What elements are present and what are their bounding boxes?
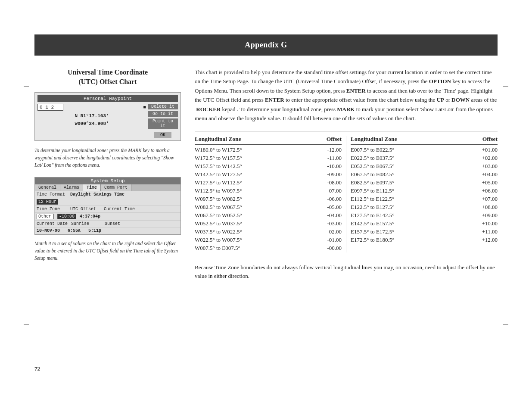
tab-general: General <box>35 184 60 191</box>
chart-row: E112.5° to E122.5°+07.00 <box>351 195 498 203</box>
zone-value: E172.5° to E180.5° <box>351 237 474 243</box>
offset-value: +10.00 <box>474 220 498 227</box>
chart-row: W142.5° to W127.5°-09.00 <box>195 171 342 179</box>
offset-value: +03.00 <box>474 163 498 170</box>
chart-divider-bottom <box>195 257 498 257</box>
btn-goto: Go to it <box>148 111 178 117</box>
left-zone-header: Longitudinal Zone <box>195 136 318 143</box>
right-column: This chart is provided to help you deter… <box>195 68 498 281</box>
waypoint-device-box: Personal Waypoint 0 1 2 ■ N 51°17.163' W… <box>34 92 181 141</box>
offset-value: -00.00 <box>318 245 342 252</box>
syssetup-title: System Setup <box>35 177 180 184</box>
chart-left-header: Longitudinal Zone Offset <box>195 136 342 145</box>
chart-right-rows: E007.5° to E022.5°+01.00E022.5° to E037.… <box>351 146 498 244</box>
zone-value: E142.5° to E157.5° <box>351 220 474 227</box>
tab-alarms: Alarms <box>60 184 83 191</box>
left-offset-header: Offset <box>318 136 342 143</box>
offset-value: -06.00 <box>318 196 342 202</box>
zone-value: E157.5° to E172.5° <box>351 228 474 235</box>
currenttime-value: 4:37:04p <box>80 214 100 219</box>
chart-row: E052.5° to E067.5°+03.00 <box>351 162 498 171</box>
zone-value: W037.5° to W022.5° <box>195 228 318 235</box>
zone-value: W142.5° to W127.5° <box>195 171 318 178</box>
offset-value: +01.00 <box>474 146 498 153</box>
zone-value: W157.5° to W142.5° <box>195 163 318 170</box>
bold-enter1: ENTER <box>346 87 366 94</box>
appendix-header: Appendix G <box>34 34 498 56</box>
chart-row: W172.5° to W157.5°-11.00 <box>195 154 342 162</box>
zone-value: E127.5° to E142.5° <box>351 212 474 219</box>
corner-mark-br <box>498 377 506 385</box>
chart-row: E022.5° to E037.5°+02.00 <box>351 154 498 162</box>
zone-value: W082.5° to W067.5° <box>195 204 318 211</box>
syssetup-row-date-val: 10-NOV-98 6:55a 5:11p <box>35 227 180 234</box>
syssetup-row-timezone-hdr: Time Zone UTC Offset Current Time <box>35 206 180 213</box>
syssetup-row-date-hdr: Current Date Sunrise Sunset <box>35 221 180 227</box>
offset-value: +06.00 <box>474 187 498 194</box>
offset-value: -02.00 <box>318 228 342 235</box>
chart-left-half: Longitudinal Zone Offset W180.0° to W172… <box>195 136 346 252</box>
chart-row: E142.5° to E157.5°+10.00 <box>351 220 498 228</box>
chart-row: E127.5° to E142.5°+09.00 <box>351 212 498 220</box>
bold-option: OPTION <box>429 78 451 84</box>
zone-value: E082.5° to E097.5° <box>351 179 474 186</box>
zone-value: E122.5° to E127.5° <box>351 204 474 211</box>
zone-value: E022.5° to E037.5° <box>351 155 474 162</box>
offset-value: -11.00 <box>318 155 342 162</box>
waypoint-device-title: Personal Waypoint <box>37 95 178 102</box>
time-format-label: Time Format <box>37 192 67 197</box>
bold-mark: MARK <box>337 106 355 112</box>
device-content: 0 1 2 ■ N 51°17.163' W000°24.908' Delete… <box>37 104 178 138</box>
offset-value: -01.00 <box>318 237 342 243</box>
zone-value: W067.5° to W052.5° <box>195 212 318 219</box>
syssetup-row-hour: 12 Hour <box>35 198 180 206</box>
offset-value: +11.00 <box>474 228 498 235</box>
chart-row: E157.5° to E172.5°+11.00 <box>351 228 498 236</box>
chart-left-rows: W180.0° to W172.5°-12.00W172.5° to W157.… <box>195 146 342 252</box>
corner-mark-tl <box>26 26 34 34</box>
chart-row: E082.5° to E097.5°+05.00 <box>351 179 498 187</box>
cursor-indicator: ■ <box>143 105 146 110</box>
main-layout: Universal Time Coordinate (UTC) Offset C… <box>34 68 498 281</box>
date-value: 10-NOV-98 <box>37 228 60 233</box>
chart-row: E067.5° to E082.5°+04.00 <box>351 171 498 179</box>
bold-rocker: ROCKER <box>196 106 221 112</box>
syssetup-device-box: System Setup General Alarms Time Comm Po… <box>34 177 181 235</box>
caption2: Match it to a set of values on the chart… <box>34 240 181 262</box>
offset-value: +12.00 <box>474 237 498 243</box>
chart-row: W067.5° to W052.5°-04.00 <box>195 212 342 220</box>
chart-row: W180.0° to W172.5°-12.00 <box>195 146 342 154</box>
tick-left-bot <box>24 324 29 325</box>
zone-value: W022.5° to W007.5° <box>195 237 318 243</box>
offset-value: -07.00 <box>318 187 342 194</box>
zone-value: E007.5° to E022.5° <box>351 146 474 153</box>
currenttime-label: Current Time <box>104 207 135 212</box>
bold-enter2: ENTER <box>265 97 284 103</box>
bold-up: UP <box>437 97 444 103</box>
tick-right-bot <box>503 324 508 325</box>
zone-value: W172.5° to W157.5° <box>195 155 318 162</box>
caption1: To determine your longitudinal zone: pre… <box>34 147 181 169</box>
zone-value: E067.5° to E082.5° <box>351 171 474 178</box>
chart-row: W157.5° to W142.5°-10.00 <box>195 162 342 171</box>
page-container: Appendix G Universal Time Coordinate (UT… <box>34 34 498 377</box>
currentdate-label: Current Date <box>37 221 68 226</box>
zone-value: W007.5° to E007.5° <box>195 245 318 252</box>
chart-row: W007.5° to E007.5°-00.00 <box>195 244 342 252</box>
zone-value: E112.5° to E122.5° <box>351 196 474 202</box>
corner-mark-bl <box>26 377 34 385</box>
timezone-value: Other <box>37 214 54 219</box>
offset-value: -04.00 <box>318 212 342 219</box>
btn-ok: OK <box>154 132 171 138</box>
right-offset-header: Offset <box>474 136 498 143</box>
offset-value: -12.00 <box>318 146 342 153</box>
offset-value: +02.00 <box>474 155 498 162</box>
sunrise-value: 6:55a <box>68 228 81 233</box>
sunset-label: Sunset <box>105 221 135 226</box>
chart-row: W037.5° to W022.5°-02.00 <box>195 228 342 236</box>
left-column: Universal Time Coordinate (UTC) Offset C… <box>34 68 181 270</box>
corner-mark-tr <box>498 26 506 34</box>
device-input-row: 0 1 2 ■ <box>37 104 146 111</box>
offset-value: -10.00 <box>318 163 342 170</box>
offset-value: -05.00 <box>318 204 342 211</box>
